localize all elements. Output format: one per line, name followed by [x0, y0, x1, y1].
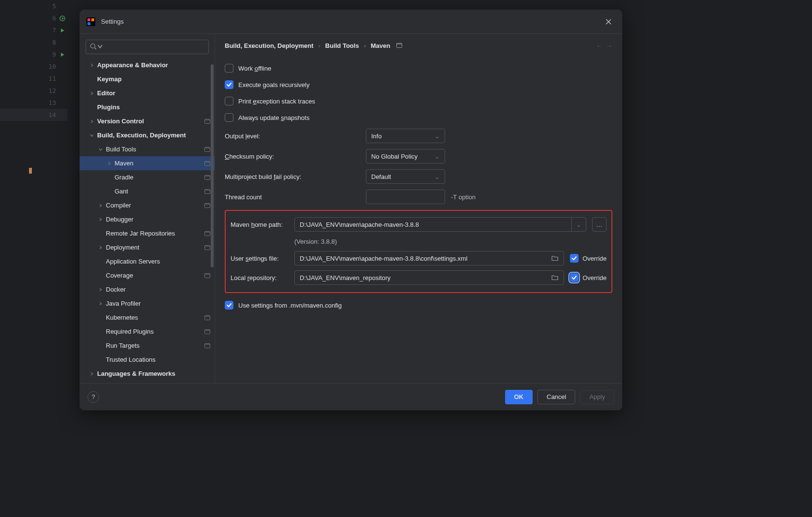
run-icon[interactable]	[59, 27, 66, 34]
run-icon[interactable]	[59, 51, 66, 58]
gutter-line[interactable]: 7	[0, 24, 68, 36]
svg-rect-22	[205, 245, 210, 247]
update-snapshots-checkbox[interactable]	[225, 113, 233, 122]
local-repo-override-checkbox[interactable]	[570, 273, 579, 282]
gutter-line[interactable]: 9	[0, 48, 68, 60]
tree-item-gant[interactable]: Gant	[80, 184, 215, 198]
tree-item-docker[interactable]: Docker	[80, 282, 215, 296]
tree-item-label: Compiler	[106, 202, 204, 209]
tree-item-label: Maven	[115, 160, 204, 167]
tree-item-build-execution-deployment[interactable]: Build, Execution, Deployment	[80, 128, 215, 142]
exec-goals-checkbox[interactable]	[225, 80, 233, 89]
settings-search-input[interactable]	[86, 40, 209, 54]
tree-item-label: Gradle	[115, 174, 204, 181]
tree-item-languages-frameworks[interactable]: Languages & Frameworks	[80, 367, 215, 381]
chevron-down-icon[interactable]: ⌄	[571, 217, 586, 232]
gutter-line[interactable]: 8	[0, 36, 68, 48]
folder-icon[interactable]	[551, 254, 559, 262]
browse-button[interactable]: …	[592, 217, 607, 232]
thread-count-hint: -T option	[451, 193, 476, 201]
chevron-right-icon: ›	[318, 42, 320, 49]
override-label: Override	[582, 274, 607, 281]
chevron-right-icon: ›	[364, 42, 366, 49]
chevron-right-icon	[97, 245, 104, 250]
maven-home-input[interactable]: D:\JAVA_ENV\maven\apache-maven-3.8.8 ⌄	[294, 217, 586, 232]
settings-tree[interactable]: Appearance & BehaviorKeymapEditorPlugins…	[80, 58, 215, 383]
print-exception-checkbox[interactable]	[225, 97, 233, 105]
gutter-line[interactable]: 12	[0, 85, 68, 97]
tree-item-required-plugins[interactable]: Required Plugins	[80, 325, 215, 339]
work-offline-checkbox[interactable]	[225, 64, 233, 73]
user-settings-override-checkbox[interactable]	[570, 254, 579, 263]
tree-item-keymap[interactable]: Keymap	[80, 72, 215, 86]
work-offline-label: Work offline	[238, 65, 271, 72]
tree-item-label: Trusted Locations	[106, 356, 211, 363]
chevron-right-icon	[97, 203, 104, 208]
tree-item-build-tools[interactable]: Build Tools	[80, 142, 215, 156]
settings-dialog: Settings Appearance & BehaviorKeymapEdit…	[79, 9, 623, 411]
use-mvn-config-label: Use settings from .mvn/maven.config	[238, 302, 342, 309]
settings-sidebar: Appearance & BehaviorKeymapEditorPlugins…	[80, 34, 215, 383]
tree-item-label: Build Tools	[106, 146, 204, 153]
search-history-icon[interactable]	[97, 43, 103, 51]
user-settings-value: D:\JAVA_ENV\maven\apache-maven-3.8.8\con…	[300, 255, 551, 262]
local-repo-input[interactable]: D:\JAVA_ENV\maven_repository	[294, 270, 564, 285]
gutter-line[interactable]: 10	[0, 60, 68, 73]
multiproject-select[interactable]: Default ⌄	[366, 169, 445, 184]
svg-line-6	[95, 47, 97, 49]
apply-button[interactable]: Apply	[580, 390, 614, 404]
tree-item-coverage[interactable]: Coverage	[80, 268, 215, 282]
tree-item-trusted-locations[interactable]: Trusted Locations	[80, 353, 215, 367]
use-mvn-config-checkbox[interactable]	[225, 301, 233, 310]
cancel-button[interactable]: Cancel	[537, 390, 575, 404]
tree-item-compiler[interactable]: Compiler	[80, 198, 215, 212]
tree-item-plugins[interactable]: Plugins	[80, 100, 215, 114]
nav-back-icon[interactable]: ←	[596, 42, 602, 49]
close-icon	[605, 18, 612, 25]
tree-item-editor[interactable]: Editor	[80, 86, 215, 100]
gutter-line[interactable]: 6	[0, 12, 68, 24]
tree-item-label: Run Targets	[106, 342, 204, 349]
gutter-line[interactable]: 5	[0, 0, 68, 12]
gutter-line[interactable]: 13	[0, 97, 68, 109]
ok-button[interactable]: OK	[505, 390, 533, 404]
nav-forward-icon[interactable]: →	[606, 42, 612, 49]
chevron-right-icon	[97, 217, 104, 222]
help-button[interactable]: ?	[87, 391, 99, 403]
folder-icon[interactable]	[551, 274, 559, 281]
tree-item-label: Deployment	[106, 244, 204, 251]
check-icon	[226, 82, 232, 88]
svg-rect-12	[205, 161, 210, 162]
svg-rect-18	[205, 203, 210, 205]
tree-item-label: Coverage	[106, 272, 204, 279]
gutter-line[interactable]: 14	[0, 109, 68, 121]
tree-item-kubernetes[interactable]: Kubernetes	[80, 310, 215, 325]
search-icon	[90, 43, 97, 51]
tree-item-remote-jar-repositories[interactable]: Remote Jar Repositories	[80, 226, 215, 240]
print-exception-label: Print exception stack traces	[238, 98, 315, 105]
tree-item-application-servers[interactable]: Application Servers	[80, 254, 215, 268]
svg-rect-4	[91, 18, 94, 21]
tree-item-version-control[interactable]: Version Control	[80, 114, 215, 128]
svg-rect-24	[205, 273, 210, 275]
checksum-select[interactable]: No Global Policy ⌄	[366, 149, 445, 163]
thread-count-input[interactable]	[366, 190, 445, 204]
run-icon[interactable]	[59, 15, 66, 22]
crumb-1[interactable]: Build Tools	[325, 42, 359, 49]
tree-item-debugger[interactable]: Debugger	[80, 212, 215, 226]
output-level-select[interactable]: Info ⌄	[366, 129, 445, 143]
chevron-right-icon	[88, 63, 95, 68]
user-settings-input[interactable]: D:\JAVA_ENV\maven\apache-maven-3.8.8\con…	[294, 251, 564, 266]
tree-item-gradle[interactable]: Gradle	[80, 170, 215, 184]
tree-scrollbar-thumb[interactable]	[211, 64, 214, 267]
tree-item-maven[interactable]: Maven	[80, 156, 215, 170]
tree-item-run-targets[interactable]: Run Targets	[80, 339, 215, 353]
tree-item-deployment[interactable]: Deployment	[80, 240, 215, 254]
tree-item-appearance-behavior[interactable]: Appearance & Behavior	[80, 58, 215, 72]
tree-scrollbar[interactable]	[210, 64, 215, 350]
gutter-line[interactable]: 11	[0, 73, 68, 85]
close-button[interactable]	[602, 15, 615, 29]
crumb-0[interactable]: Build, Execution, Deployment	[225, 42, 313, 49]
crumb-2[interactable]: Maven	[371, 42, 390, 49]
tree-item-java-profiler[interactable]: Java Profiler	[80, 296, 215, 310]
